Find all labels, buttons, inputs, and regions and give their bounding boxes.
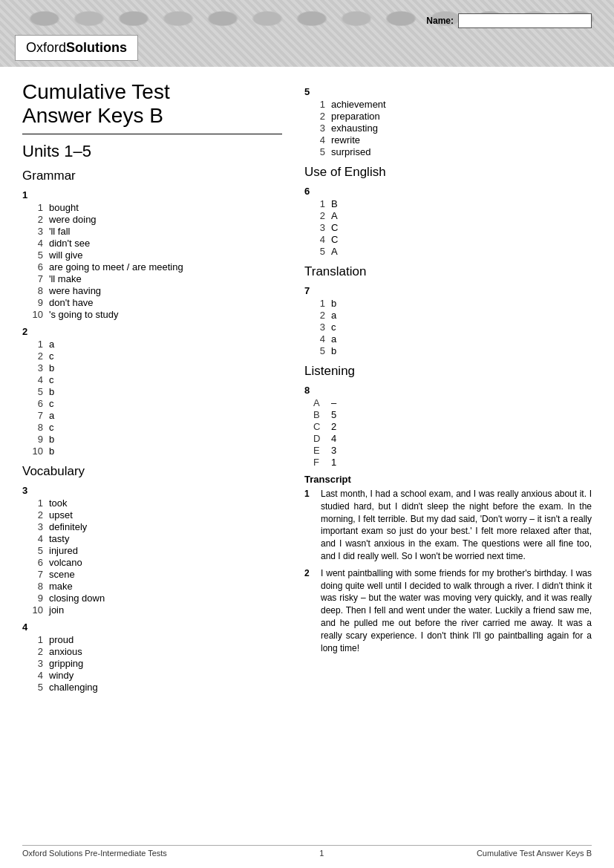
list-item: 5A bbox=[313, 246, 592, 257]
list-item: 6c bbox=[31, 398, 282, 409]
transcript-label: Transcript bbox=[304, 474, 592, 485]
list-item: 7'll make bbox=[31, 273, 282, 284]
footer-right: Cumulative Test Answer Keys B bbox=[477, 849, 592, 858]
q7-answers: 1b 2a 3c 4a 5b bbox=[313, 298, 592, 356]
list-item: 2 I went paintballing with some friends … bbox=[304, 567, 592, 655]
list-item: 5will give bbox=[31, 249, 282, 261]
q8-number: 8 bbox=[304, 385, 592, 396]
list-item: 5surprised bbox=[313, 146, 592, 157]
list-item: 4rewrite bbox=[313, 134, 592, 146]
list-item: C2 bbox=[313, 421, 592, 432]
list-item: 2c bbox=[31, 350, 282, 362]
list-item: 5b bbox=[31, 386, 282, 397]
list-item: 1b bbox=[313, 298, 592, 309]
name-field: Name: bbox=[426, 13, 592, 28]
list-item: 9don't have bbox=[31, 297, 282, 308]
list-item: 8make bbox=[31, 581, 282, 592]
list-item: 8were having bbox=[31, 285, 282, 296]
list-item: 2upset bbox=[31, 509, 282, 521]
list-item: 4a bbox=[313, 333, 592, 345]
page-title: Cumulative Test Answer Keys B bbox=[22, 80, 282, 128]
list-item: 9closing down bbox=[31, 593, 282, 604]
list-item: 2were doing bbox=[31, 214, 282, 225]
list-item: 3C bbox=[313, 222, 592, 233]
q3-number: 3 bbox=[22, 485, 282, 496]
vocabulary-heading: Vocabulary bbox=[22, 464, 282, 479]
list-item: D4 bbox=[313, 433, 592, 444]
list-item: 4windy bbox=[31, 670, 282, 681]
list-item: B5 bbox=[313, 409, 592, 420]
grammar-heading: Grammar bbox=[22, 169, 282, 183]
list-item: 3'll fall bbox=[31, 226, 282, 237]
title-divider bbox=[22, 134, 282, 134]
q3-answers: 1took 2upset 3definitely 4tasty 5injured… bbox=[31, 497, 282, 616]
list-item: 4didn't see bbox=[31, 238, 282, 249]
list-item: 10join bbox=[31, 604, 282, 616]
right-column: 5 1achievement 2preparation 3exhausting … bbox=[297, 80, 592, 694]
transcript-list: 1 Last month, I had a school exam, and I… bbox=[304, 488, 592, 654]
list-item: 1B bbox=[313, 198, 592, 209]
list-item: 4c bbox=[31, 374, 282, 385]
list-item: 2A bbox=[313, 210, 592, 221]
list-item: 2a bbox=[313, 310, 592, 321]
list-item: F1 bbox=[313, 457, 592, 468]
list-item: 10b bbox=[31, 446, 282, 457]
translation-heading: Translation bbox=[304, 264, 592, 279]
list-item: 3c bbox=[313, 322, 592, 333]
list-item: 1achievement bbox=[313, 99, 592, 110]
list-item: 5challenging bbox=[31, 682, 282, 693]
list-item: A– bbox=[313, 397, 592, 408]
q8-answers: A– B5 C2 D4 E3 F1 bbox=[313, 397, 592, 468]
left-column: Cumulative Test Answer Keys B Units 1–5 … bbox=[22, 80, 297, 694]
list-item: 7a bbox=[31, 410, 282, 421]
name-label: Name: bbox=[426, 16, 454, 26]
logo-text: OxfordSolutions bbox=[26, 40, 127, 55]
footer-left: Oxford Solutions Pre-Intermediate Tests bbox=[22, 849, 167, 858]
list-item: 2preparation bbox=[313, 111, 592, 122]
list-item: 3exhausting bbox=[313, 123, 592, 134]
list-item: 7scene bbox=[31, 569, 282, 580]
q6-answers: 1B 2A 3C 4C 5A bbox=[313, 198, 592, 257]
list-item: 10's going to study bbox=[31, 309, 282, 320]
list-item: 1bought bbox=[31, 202, 282, 213]
q7-number: 7 bbox=[304, 285, 592, 296]
q5-answers: 1achievement 2preparation 3exhausting 4r… bbox=[313, 99, 592, 157]
list-item: 6volcano bbox=[31, 557, 282, 568]
page-header: OxfordSolutions Name: bbox=[0, 0, 614, 67]
list-item: 5injured bbox=[31, 545, 282, 556]
list-item: E3 bbox=[313, 445, 592, 456]
list-item: 4C bbox=[313, 234, 592, 245]
name-input[interactable] bbox=[458, 13, 592, 28]
q6-number: 6 bbox=[304, 186, 592, 197]
list-item: 6are going to meet / are meeting bbox=[31, 261, 282, 273]
logo-box: OxfordSolutions bbox=[15, 35, 138, 61]
units-title: Units 1–5 bbox=[22, 142, 282, 161]
q5-number: 5 bbox=[304, 86, 592, 97]
footer-page-number: 1 bbox=[319, 849, 324, 858]
page-content: Cumulative Test Answer Keys B Units 1–5 … bbox=[0, 67, 614, 739]
list-item: 4tasty bbox=[31, 533, 282, 544]
listening-heading: Listening bbox=[304, 364, 592, 379]
list-item: 3definitely bbox=[31, 521, 282, 532]
q1-number: 1 bbox=[22, 189, 282, 200]
list-item: 1 Last month, I had a school exam, and I… bbox=[304, 488, 592, 563]
use-of-english-heading: Use of English bbox=[304, 165, 592, 180]
list-item: 8c bbox=[31, 422, 282, 433]
list-item: 5b bbox=[313, 345, 592, 356]
q2-answers: 1a 2c 3b 4c 5b 6c 7a 8c 9b 10b bbox=[31, 339, 282, 457]
page-footer: Oxford Solutions Pre-Intermediate Tests … bbox=[22, 845, 592, 858]
list-item: 1proud bbox=[31, 634, 282, 645]
q4-answers: 1proud 2anxious 3gripping 4windy 5challe… bbox=[31, 634, 282, 693]
list-item: 3gripping bbox=[31, 658, 282, 669]
q2-number: 2 bbox=[22, 326, 282, 337]
q4-number: 4 bbox=[22, 621, 282, 633]
q1-answers: 1bought 2were doing 3'll fall 4didn't se… bbox=[31, 202, 282, 320]
list-item: 1a bbox=[31, 339, 282, 350]
list-item: 1took bbox=[31, 497, 282, 509]
list-item: 3b bbox=[31, 362, 282, 373]
list-item: 9b bbox=[31, 434, 282, 445]
list-item: 2anxious bbox=[31, 646, 282, 657]
